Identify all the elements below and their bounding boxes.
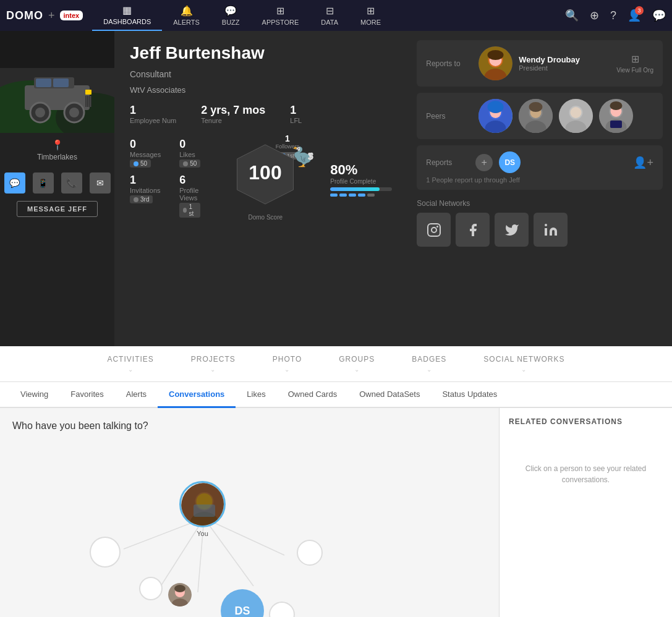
reports-to-person[interactable]: Wendy Droubay President: [478, 46, 607, 80]
nav-alerts[interactable]: 🔔 ALERTS: [162, 0, 211, 31]
add-person-icon[interactable]: 👤+: [633, 156, 653, 169]
notifications-button[interactable]: 👤 3: [627, 9, 641, 22]
profile-main-panel: Jeff Burtenshaw Consultant WtV Associate…: [114, 31, 407, 346]
messages-badge: 50: [130, 160, 151, 168]
score-metrics-section: 0 Messages 50 0 Likes 50 1: [130, 134, 392, 222]
view-org-button[interactable]: ⊞ View Full Org: [616, 53, 653, 74]
more-icon: ⊞: [367, 5, 375, 17]
ds-report-avatar[interactable]: DS: [499, 151, 521, 173]
conversations-content: Who have you been talking to?: [0, 408, 672, 617]
lfl-label: LFL: [290, 117, 302, 124]
svg-point-9: [69, 108, 79, 117]
tab-projects[interactable]: PROJECTS: [185, 346, 242, 381]
instagram-button[interactable]: [417, 213, 451, 247]
peer-avatar-3[interactable]: [559, 99, 593, 133]
wendy-avatar: [478, 46, 513, 80]
svg-rect-10: [36, 79, 51, 87]
profile-left-panel: 📍 Timberlakes 💬 📱 📞 ✉ MESSAGE JEFF: [0, 31, 114, 346]
subtab-status-updates[interactable]: Status Updates: [431, 382, 508, 408]
svg-rect-11: [53, 79, 69, 87]
subtab-conversations[interactable]: Conversations: [158, 382, 236, 408]
svg-point-29: [488, 101, 504, 113]
subtab-favorites[interactable]: Favorites: [59, 382, 114, 408]
related-conversations-panel: RELATED CONVERSATIONS Click on a person …: [499, 408, 672, 617]
tab-activities[interactable]: ACTIVITIES: [101, 346, 159, 381]
conv-person-node[interactable]: [168, 583, 192, 606]
conv-node-4[interactable]: [269, 602, 295, 617]
you-label: You: [197, 530, 208, 537]
you-node[interactable]: You: [179, 481, 226, 537]
likes-badge: 50: [179, 160, 200, 168]
add-report-button[interactable]: +: [475, 154, 493, 171]
likes-badge-dot: [183, 161, 188, 166]
tenure-label: Tenure: [201, 117, 222, 124]
tab-badges[interactable]: BADGES: [406, 346, 453, 381]
email-button[interactable]: ✉: [90, 172, 111, 194]
tab-photo[interactable]: PHOTO: [266, 346, 308, 381]
logo-area: DOMO + intex: [6, 9, 83, 22]
peer-avatar-1[interactable]: [478, 99, 513, 133]
messages-value: 0: [130, 138, 161, 151]
message-jeff-button[interactable]: MESSAGE JEFF: [17, 201, 98, 217]
search-button[interactable]: 🔍: [565, 9, 579, 22]
add-button[interactable]: ⊕: [590, 9, 599, 22]
related-conversations-title: RELATED CONVERSATIONS: [509, 417, 663, 426]
subtab-owned-cards[interactable]: Owned Cards: [277, 382, 348, 408]
progress-bar: [330, 187, 392, 191]
peer-avatar-4[interactable]: [599, 99, 633, 133]
twitter-button[interactable]: [495, 213, 529, 247]
facebook-button[interactable]: [456, 213, 490, 247]
tab-social-networks[interactable]: SOCIAL NETWORKS: [477, 346, 571, 381]
conv-node-2[interactable]: [297, 540, 323, 566]
peers-avatars: [478, 99, 633, 133]
phone-button[interactable]: 📞: [61, 172, 82, 194]
svg-rect-45: [428, 224, 440, 236]
svg-rect-48: [545, 228, 547, 236]
progress-fill: [330, 187, 380, 191]
likes-label: Likes: [179, 151, 200, 158]
nav-dashboards[interactable]: ▦ DASHBOARDS: [92, 0, 162, 31]
peer-avatar-2[interactable]: [519, 99, 553, 133]
invitations-badge: 3rd: [130, 195, 153, 203]
tenure-value: 2 yrs, 7 mos: [201, 104, 265, 117]
chat-button[interactable]: 💬: [4, 172, 25, 194]
svg-point-47: [436, 226, 438, 228]
social-networks-label: Social Networks: [417, 199, 663, 208]
nav-alerts-label: ALERTS: [173, 19, 200, 26]
related-conversations-empty: Click on a person to see your related co…: [509, 463, 663, 485]
svg-point-37: [571, 107, 582, 118]
conv-node-1[interactable]: [90, 537, 121, 568]
reports-to-label: Reports to: [426, 59, 469, 68]
subtab-likes[interactable]: Likes: [236, 382, 276, 408]
mobile-button[interactable]: 📱: [33, 172, 54, 194]
add-tab-button[interactable]: +: [48, 9, 55, 22]
ds-initials: DS: [234, 605, 250, 618]
linkedin-button[interactable]: [534, 213, 568, 247]
help-button[interactable]: ?: [610, 9, 616, 22]
messages-button[interactable]: 💬: [652, 9, 666, 22]
wendy-name: Wendy Droubay: [519, 55, 580, 64]
alerts-icon: 🔔: [181, 5, 193, 17]
nav-appstore[interactable]: ⊞ APPSTORE: [251, 0, 310, 31]
nav-buzz[interactable]: 💬 BUZZ: [211, 0, 251, 31]
likes-metric: 0 Likes 50: [179, 138, 200, 168]
domo-logo: DOMO: [6, 9, 43, 22]
jeep-illustration: [0, 31, 114, 133]
ds-conv-node[interactable]: DS: [221, 589, 264, 617]
subtab-viewing[interactable]: Viewing: [9, 382, 59, 408]
nav-data[interactable]: ⊟ DATA: [310, 0, 349, 31]
subtab-owned-datasets[interactable]: Owned DataSets: [348, 382, 431, 408]
hex-svg: 100: [236, 143, 295, 205]
subtab-alerts[interactable]: Alerts: [115, 382, 158, 408]
tab-groups[interactable]: GROUPS: [333, 346, 381, 381]
view-org-label: View Full Org: [616, 67, 653, 74]
pv-badge-dot: [183, 208, 187, 213]
nav-more[interactable]: ⊞ MORE: [349, 0, 392, 31]
conv-node-3[interactable]: [139, 577, 163, 600]
facebook-icon: [466, 223, 480, 237]
buzz-icon: 💬: [224, 5, 237, 17]
lfl-value: 1: [290, 104, 296, 117]
social-networks-section: Social Networks: [417, 196, 663, 250]
instagram-icon: [427, 223, 441, 237]
profile-name: Jeff Burtenshaw: [130, 43, 392, 63]
